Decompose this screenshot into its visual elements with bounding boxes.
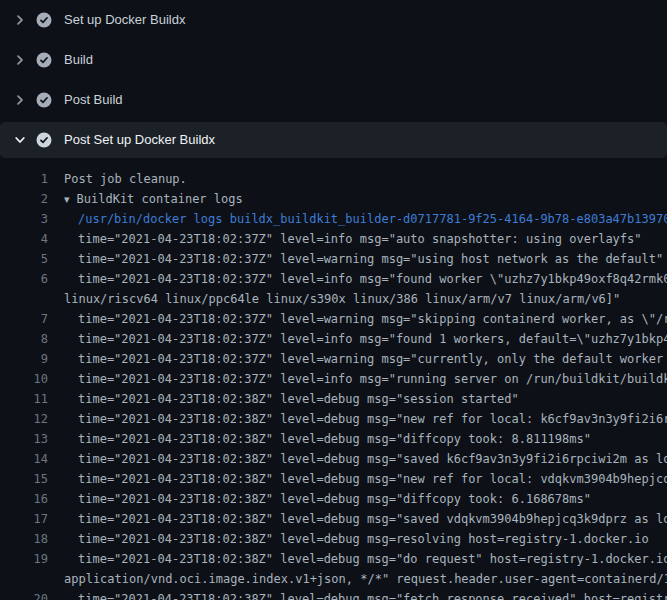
- log-row: 14 time="2021-04-23T18:02:38Z" level=deb…: [0, 449, 667, 469]
- log-row: 7 time="2021-04-23T18:02:37Z" level=warn…: [0, 309, 667, 329]
- chevron-down-icon: [12, 132, 28, 148]
- log-line-number[interactable]: 2: [0, 192, 48, 206]
- log-line: time="2021-04-23T18:02:38Z" level=debug …: [64, 432, 667, 446]
- log-line: time="2021-04-23T18:02:37Z" level=info m…: [64, 272, 667, 286]
- log-line: time="2021-04-23T18:02:38Z" level=debug …: [64, 392, 667, 406]
- check-circle-icon: [36, 12, 52, 28]
- log-line-text: time="2021-04-23T18:02:37Z" level=warnin…: [78, 252, 663, 266]
- step-row-post-build[interactable]: Post Build: [0, 80, 667, 120]
- log-line: ▾BuildKit container logs: [64, 192, 667, 206]
- log-row: 15 time="2021-04-23T18:02:38Z" level=deb…: [0, 469, 667, 489]
- log-line-number[interactable]: 6: [0, 272, 48, 286]
- log-line: time="2021-04-23T18:02:38Z" level=debug …: [64, 452, 667, 466]
- log-line-text: time="2021-04-23T18:02:38Z" level=debug …: [78, 452, 667, 466]
- log-line-number[interactable]: 1: [0, 172, 48, 186]
- log-row: 20 time="2021-04-23T18:02:38Z" level=deb…: [0, 589, 667, 600]
- log-line: time="2021-04-23T18:02:38Z" level=debug …: [64, 532, 667, 546]
- step-label: Set up Docker Buildx: [64, 12, 185, 28]
- log-line-text: time="2021-04-23T18:02:37Z" level=info m…: [78, 272, 667, 286]
- log-line-text: time="2021-04-23T18:02:37Z" level=info m…: [78, 372, 667, 386]
- log-row: 4 time="2021-04-23T18:02:37Z" level=info…: [0, 229, 667, 249]
- log-line-number[interactable]: 8: [0, 332, 48, 346]
- actions-log-panel: Set up Docker Buildx Build Post Build Po…: [0, 0, 667, 600]
- log-line-number[interactable]: 10: [0, 372, 48, 386]
- log-line-text: time="2021-04-23T18:02:37Z" level=warnin…: [78, 312, 667, 326]
- log-line: time="2021-04-23T18:02:38Z" level=debug …: [64, 412, 667, 426]
- log-line: linux/riscv64 linux/ppc64le linux/s390x …: [64, 292, 667, 306]
- step-label: Post Set up Docker Buildx: [64, 132, 215, 148]
- log-line-number[interactable]: 14: [0, 452, 48, 466]
- log-row-continuation: linux/riscv64 linux/ppc64le linux/s390x …: [0, 289, 667, 309]
- log-line-number[interactable]: 13: [0, 432, 48, 446]
- log-line-text: time="2021-04-23T18:02:38Z" level=debug …: [78, 532, 649, 546]
- log-row: 16 time="2021-04-23T18:02:38Z" level=deb…: [0, 489, 667, 509]
- step-label: Post Build: [64, 92, 123, 108]
- log-row: 8 time="2021-04-23T18:02:37Z" level=info…: [0, 329, 667, 349]
- log-line: time="2021-04-23T18:02:37Z" level=warnin…: [64, 352, 667, 366]
- log-line-number[interactable]: 3: [0, 212, 48, 226]
- log-line-text: Post job cleanup.: [64, 172, 187, 186]
- log-line: time="2021-04-23T18:02:38Z" level=debug …: [64, 552, 667, 566]
- log-line-number[interactable]: 5: [0, 252, 48, 266]
- log-line-text: application/vnd.oci.image.index.v1+json,…: [64, 572, 667, 586]
- log-line-text: time="2021-04-23T18:02:38Z" level=debug …: [78, 392, 519, 406]
- log-line: time="2021-04-23T18:02:38Z" level=debug …: [64, 512, 667, 526]
- log-row: 9 time="2021-04-23T18:02:37Z" level=warn…: [0, 349, 667, 369]
- log-line-number[interactable]: 9: [0, 352, 48, 366]
- log-row: 18 time="2021-04-23T18:02:38Z" level=deb…: [0, 529, 667, 549]
- log-line-text: linux/riscv64 linux/ppc64le linux/s390x …: [64, 292, 620, 306]
- log-line-text: time="2021-04-23T18:02:37Z" level=info m…: [78, 332, 667, 346]
- chevron-right-icon: [12, 92, 28, 108]
- log-row: 10 time="2021-04-23T18:02:37Z" level=inf…: [0, 369, 667, 389]
- log-row: 12 time="2021-04-23T18:02:38Z" level=deb…: [0, 409, 667, 429]
- log-line: time="2021-04-23T18:02:38Z" level=debug …: [64, 472, 667, 486]
- log-line: application/vnd.oci.image.index.v1+json,…: [64, 572, 667, 586]
- log-line-text: time="2021-04-23T18:02:38Z" level=debug …: [78, 512, 667, 526]
- log-line-text: time="2021-04-23T18:02:37Z" level=warnin…: [78, 352, 667, 366]
- log-line-number[interactable]: 19: [0, 552, 48, 566]
- log-line-text: time="2021-04-23T18:02:37Z" level=info m…: [78, 232, 642, 246]
- step-row-set-up-docker-buildx[interactable]: Set up Docker Buildx: [0, 0, 667, 40]
- log-line: time="2021-04-23T18:02:37Z" level=warnin…: [64, 312, 667, 326]
- log-line-text: time="2021-04-23T18:02:38Z" level=debug …: [78, 492, 591, 506]
- log-line-number[interactable]: 11: [0, 392, 48, 406]
- log-row: 11 time="2021-04-23T18:02:38Z" level=deb…: [0, 389, 667, 409]
- log-line: Post job cleanup.: [64, 172, 667, 186]
- log-line-number[interactable]: 4: [0, 232, 48, 246]
- log-line-text: time="2021-04-23T18:02:38Z" level=debug …: [78, 552, 667, 566]
- step-row-post-set-up-docker-buildx[interactable]: Post Set up Docker Buildx: [0, 122, 667, 158]
- log-line: time="2021-04-23T18:02:38Z" level=debug …: [64, 592, 667, 600]
- log-line-number[interactable]: 16: [0, 492, 48, 506]
- log-line: /usr/bin/docker logs buildx_buildkit_bui…: [64, 212, 667, 226]
- chevron-right-icon: [12, 12, 28, 28]
- log-line-text: time="2021-04-23T18:02:38Z" level=debug …: [78, 592, 667, 600]
- log-group-toggle-icon[interactable]: ▾: [64, 193, 70, 206]
- log-line-number[interactable]: 7: [0, 312, 48, 326]
- chevron-right-icon: [12, 52, 28, 68]
- log-viewer: 1 Post job cleanup. 2 ▾BuildKit containe…: [0, 160, 667, 600]
- check-circle-icon: [36, 52, 52, 68]
- log-line: time="2021-04-23T18:02:37Z" level=info m…: [64, 232, 667, 246]
- log-line-text: time="2021-04-23T18:02:38Z" level=debug …: [78, 472, 667, 486]
- check-circle-icon: [36, 132, 52, 148]
- log-row: 5 time="2021-04-23T18:02:37Z" level=warn…: [0, 249, 667, 269]
- log-row: 19 time="2021-04-23T18:02:38Z" level=deb…: [0, 549, 667, 569]
- log-line-text: BuildKit container logs: [77, 192, 243, 206]
- log-line-number[interactable]: 18: [0, 532, 48, 546]
- step-label: Build: [64, 52, 93, 68]
- log-line-number[interactable]: 15: [0, 472, 48, 486]
- log-line-number[interactable]: 20: [0, 592, 48, 600]
- log-row-continuation: application/vnd.oci.image.index.v1+json,…: [0, 569, 667, 589]
- log-line: time="2021-04-23T18:02:38Z" level=debug …: [64, 492, 667, 506]
- log-line-number[interactable]: 17: [0, 512, 48, 526]
- log-line: time="2021-04-23T18:02:37Z" level=info m…: [64, 332, 667, 346]
- log-line-number[interactable]: 12: [0, 412, 48, 426]
- log-line-text: /usr/bin/docker logs buildx_buildkit_bui…: [78, 212, 667, 226]
- log-row: 1 Post job cleanup.: [0, 169, 667, 189]
- log-row: 13 time="2021-04-23T18:02:38Z" level=deb…: [0, 429, 667, 449]
- step-row-build[interactable]: Build: [0, 40, 667, 80]
- log-line: time="2021-04-23T18:02:37Z" level=warnin…: [64, 252, 667, 266]
- log-row: 3 /usr/bin/docker logs buildx_buildkit_b…: [0, 209, 667, 229]
- log-line-text: time="2021-04-23T18:02:38Z" level=debug …: [78, 432, 591, 446]
- check-circle-icon: [36, 92, 52, 108]
